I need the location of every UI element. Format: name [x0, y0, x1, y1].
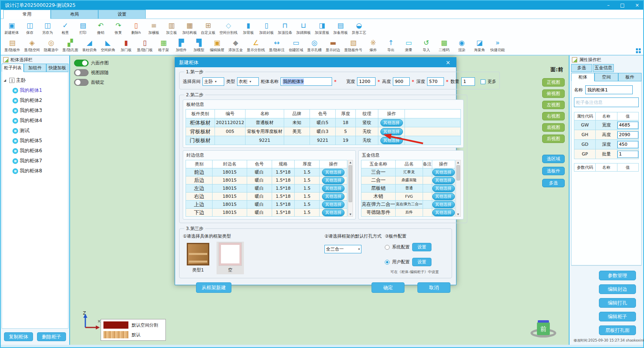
system-config-settings-button[interactable]: 设置 — [412, 243, 431, 251]
toolbar-button[interactable]: ◫另存为 — [39, 21, 56, 35]
toolbar-button[interactable]: ▣编辑抽屉 — [208, 38, 226, 53]
toolbar-button[interactable]: ▬显示封边 — [324, 38, 342, 53]
panel-button-参数管理[interactable]: 参数管理 — [599, 271, 636, 280]
toolbar-button[interactable]: ◢装柱切角 — [80, 38, 99, 53]
scrollbar-thumb[interactable] — [349, 165, 352, 202]
toolbar-button[interactable]: ※爆炸 — [364, 38, 382, 53]
property-tab-柜体[interactable]: 柜体 — [571, 73, 594, 81]
toolbar-button[interactable]: ↷恢复 — [109, 21, 127, 35]
window-maximize-button[interactable]: □ — [620, 1, 625, 10]
toolbar-button[interactable]: ▧显隐板件号 — [342, 38, 364, 53]
toolbar-button[interactable]: ↑导出 — [382, 38, 400, 53]
sidebar-tab-快捷加板[interactable]: 快捷加板 — [46, 64, 68, 72]
view-cube-face[interactable]: 前 — [537, 322, 550, 335]
toolbar-button[interactable]: ◒异形工艺 — [350, 21, 368, 35]
tree-item[interactable]: ▦我的柜体1 — [4, 85, 66, 95]
tree-root[interactable]: ◢主卧 — [4, 75, 66, 85]
frame-option-type1[interactable]: 类型1 — [184, 242, 212, 274]
toolbar-button[interactable]: ▭测量 — [400, 38, 417, 53]
view-cube[interactable]: 前 — [529, 320, 557, 338]
other-select-button[interactable]: 其他选择 — [322, 193, 345, 200]
other-select-button[interactable]: 其他选择 — [432, 177, 455, 184]
scroll-down-icon[interactable]: ▼ — [349, 212, 351, 216]
more-checkbox[interactable] — [481, 79, 485, 84]
other-select-button[interactable]: 其他选择 — [322, 169, 345, 176]
toolbar-button[interactable]: ▦加结构板 — [180, 21, 199, 35]
window-close-button[interactable]: × — [635, 1, 639, 10]
scrollbar[interactable]: ▲▼ — [456, 160, 461, 217]
other-select-button[interactable]: 其他选择 — [322, 185, 345, 192]
ok-button[interactable]: 确定 — [372, 282, 405, 293]
panel-button-编辑打孔[interactable]: 编辑打孔 — [599, 298, 636, 308]
toggle-六面作图[interactable] — [74, 60, 89, 66]
expander-icon[interactable]: ◢ — [4, 79, 8, 82]
view-button-后视图[interactable]: 后视图 — [542, 135, 565, 143]
select-button-选区域[interactable]: 选区域 — [542, 155, 565, 163]
scrollbar-thumb[interactable] — [456, 165, 460, 180]
system-config-radio[interactable] — [385, 245, 390, 250]
other-select-button[interactable]: 其他选择 — [432, 169, 455, 176]
cancel-button[interactable]: 取消 — [417, 282, 450, 293]
user-config-radio[interactable] — [385, 260, 390, 265]
prop-value-input[interactable] — [617, 122, 638, 129]
width-input[interactable] — [357, 77, 376, 86]
property-tab-空间[interactable]: 空间 — [594, 73, 618, 81]
toolbar-button[interactable]: ▮加背板 — [239, 21, 257, 35]
tree-item[interactable]: ▦我的柜体6 — [4, 146, 66, 156]
other-select-button[interactable]: 其他选择 — [322, 209, 345, 216]
view-button-正视图[interactable]: 正视图 — [542, 78, 565, 87]
view-button-右视图[interactable]: 右视图 — [542, 112, 565, 120]
toolbar-button[interactable]: ⊔加踢脚板 — [294, 21, 313, 35]
toolbar-button[interactable]: ◆添加五金 — [226, 38, 245, 53]
other-select-button[interactable]: 其他选择 — [380, 137, 403, 144]
room-select[interactable]: 主卧 ▾ — [202, 77, 224, 86]
toolbar-button[interactable]: ↔显/隐标注 — [267, 38, 287, 53]
other-select-button[interactable]: 其他选择 — [322, 177, 345, 184]
panel-button-编辑封边[interactable]: 编辑封边 — [599, 284, 636, 294]
tree-item[interactable]: ▦我的柜体7 — [4, 156, 66, 166]
toolbar-button[interactable]: ◎隐藏选中 — [42, 38, 60, 53]
toolbar-button[interactable]: ↶撤销 — [92, 21, 109, 35]
sidebar-tab-加组件[interactable]: 加组件 — [24, 64, 46, 72]
toolbar-button[interactable]: ▯加前封板 — [257, 21, 276, 35]
cabinet-name-input[interactable] — [585, 85, 633, 94]
sidebar-tab-柜子列表[interactable]: 柜子列表 — [2, 64, 24, 72]
view-button-俯视图[interactable]: 俯视图 — [542, 89, 565, 98]
toolbar-button[interactable]: ▥加立板 — [163, 21, 180, 35]
toolbar-button[interactable]: ◇空间分割线 — [217, 21, 239, 35]
scroll-up-icon[interactable]: ▲ — [457, 160, 459, 164]
other-select-button[interactable]: 其他选择 — [322, 201, 345, 208]
toolbar-button[interactable]: »快捷功能 — [488, 38, 507, 53]
window-minimize-button[interactable]: – — [607, 1, 610, 10]
toolbar-button[interactable]: ▛加组件 — [172, 38, 190, 53]
ribbon-tab-设置[interactable]: 设置 — [98, 10, 146, 19]
toolbar-button[interactable]: ▞显/隐孔面 — [60, 38, 80, 53]
toolbar-button[interactable]: ◪海棠角 — [471, 38, 488, 53]
view-button-左视图[interactable]: 左视图 — [542, 101, 565, 109]
toolbar-button[interactable]: ✓检查 — [56, 21, 74, 35]
toolbar-button[interactable]: ▩二维码 — [435, 38, 453, 53]
toolbar-button[interactable]: ▤加备用板 — [331, 21, 350, 35]
toggle-面锁定[interactable] — [74, 79, 89, 86]
other-select-button[interactable]: 其他选择 — [432, 201, 455, 208]
prop-value-input[interactable] — [617, 131, 638, 139]
toolbar-button[interactable]: ⊞自定义板 — [199, 21, 217, 35]
toolbar-button[interactable]: ◉渲染 — [453, 38, 471, 53]
toolbar-button[interactable]: ▭创建区域 — [287, 38, 305, 53]
view-button-底视图[interactable]: 底视图 — [542, 123, 565, 132]
sidebar-button-复制柜体[interactable]: 复制柜体 — [4, 332, 33, 341]
toggle-视图跟随[interactable] — [74, 69, 89, 76]
sidebar-button-删除柜子[interactable]: 删除柜子 — [37, 332, 66, 341]
toolbar-button[interactable]: ⊓加顶拉条 — [276, 21, 294, 35]
frame-option-empty[interactable]: 空 — [217, 242, 244, 274]
tree-item[interactable]: ▦我的柜体3 — [4, 106, 66, 116]
new-from-frame-button[interactable]: 从框架新建 — [196, 282, 231, 293]
panel-button-编辑柜子[interactable]: 编辑柜子 — [599, 312, 636, 321]
toolbar-button[interactable]: ◫保存 — [21, 21, 39, 35]
drill-method-select[interactable]: 全三合一 ▾ — [324, 245, 361, 253]
quantity-input[interactable] — [461, 77, 475, 86]
prop-value-input[interactable] — [617, 151, 638, 158]
toolbar-button[interactable]: ▣新建柜体 — [2, 21, 21, 35]
toolbar-button[interactable]: ▤显/隐板件 — [2, 38, 22, 53]
property-tab-板件[interactable]: 板件 — [618, 73, 642, 81]
